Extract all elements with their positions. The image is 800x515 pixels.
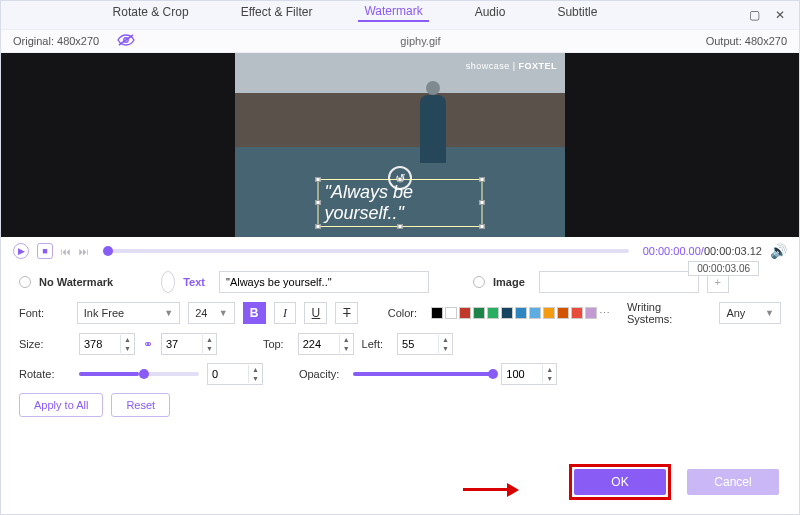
opacity-stepper[interactable]: ▲▼ bbox=[501, 363, 557, 385]
top-stepper[interactable]: ▲▼ bbox=[298, 333, 354, 355]
watermark-text-input[interactable] bbox=[219, 271, 429, 293]
resize-handle[interactable] bbox=[316, 200, 321, 205]
output-size-label: Output: 480x270 bbox=[706, 35, 787, 47]
ok-button[interactable]: OK bbox=[574, 469, 666, 495]
tab-audio[interactable]: Audio bbox=[469, 3, 512, 21]
volume-icon[interactable]: 🔊 bbox=[770, 243, 787, 259]
color-swatch[interactable] bbox=[543, 307, 555, 319]
color-swatch[interactable] bbox=[445, 307, 457, 319]
reset-button[interactable]: Reset bbox=[111, 393, 170, 417]
size-label: Size: bbox=[19, 338, 65, 350]
font-family-select[interactable]: Ink Free▼ bbox=[77, 302, 180, 324]
apply-to-all-button[interactable]: Apply to All bbox=[19, 393, 103, 417]
duration-float: 00:00:03.06 bbox=[688, 261, 759, 276]
watermark-form: 00:00:03.06 No Watermark Text Image + Fo… bbox=[1, 265, 799, 425]
info-bar: Original: 480x270 giphy.gif Output: 480x… bbox=[1, 29, 799, 53]
prev-frame-button[interactable]: ⏮ bbox=[61, 246, 71, 257]
resize-handle[interactable] bbox=[397, 177, 402, 182]
tab-strip: Rotate & Crop Effect & Filter Watermark … bbox=[1, 1, 709, 23]
rotate-slider[interactable] bbox=[79, 372, 199, 376]
stop-button[interactable]: ■ bbox=[37, 243, 53, 259]
image-path-input[interactable] bbox=[539, 271, 699, 293]
video-subject bbox=[420, 95, 446, 163]
writing-systems-label: Writing Systems: bbox=[627, 301, 705, 325]
color-swatches: ⋯ bbox=[431, 307, 611, 319]
opacity-label: Opacity: bbox=[299, 368, 339, 380]
writing-systems-select[interactable]: Any▼ bbox=[719, 302, 781, 324]
resize-handle[interactable] bbox=[480, 224, 485, 229]
color-label: Color: bbox=[388, 307, 417, 319]
rotate-label: Rotate: bbox=[19, 368, 65, 380]
radio-text[interactable] bbox=[161, 271, 175, 293]
tab-rotate-crop[interactable]: Rotate & Crop bbox=[107, 3, 195, 21]
label-image: Image bbox=[493, 276, 525, 288]
original-size-label: Original: 480x270 bbox=[13, 35, 99, 47]
playback-bar: ▶ ■ ⏮ ⏭ 00:00:00.00/00:00:03.12 🔊 bbox=[1, 237, 799, 265]
watermark-overlay[interactable]: "Always be yourself.." bbox=[318, 179, 483, 227]
color-swatch[interactable] bbox=[473, 307, 485, 319]
link-aspect-icon[interactable]: ⚭ bbox=[143, 337, 153, 351]
watermark-text: "Always be yourself.." bbox=[325, 182, 413, 223]
height-stepper[interactable]: ▲▼ bbox=[161, 333, 217, 355]
cancel-button[interactable]: Cancel bbox=[687, 469, 779, 495]
color-swatch[interactable] bbox=[557, 307, 569, 319]
window-title-bar: Rotate & Crop Effect & Filter Watermark … bbox=[1, 1, 799, 29]
next-frame-button[interactable]: ⏭ bbox=[79, 246, 89, 257]
top-label: Top: bbox=[263, 338, 284, 350]
italic-button[interactable]: I bbox=[274, 302, 297, 324]
opacity-slider[interactable] bbox=[353, 372, 493, 376]
label-text: Text bbox=[183, 276, 205, 288]
resize-handle[interactable] bbox=[480, 200, 485, 205]
more-colors-icon[interactable]: ⋯ bbox=[599, 307, 611, 319]
left-label: Left: bbox=[362, 338, 383, 350]
seek-track[interactable] bbox=[103, 249, 629, 253]
tab-watermark[interactable]: Watermark bbox=[358, 2, 428, 22]
color-swatch[interactable] bbox=[571, 307, 583, 319]
tab-subtitle[interactable]: Subtitle bbox=[551, 3, 603, 21]
timecode: 00:00:00.00/00:00:03.12 bbox=[643, 245, 762, 257]
color-swatch[interactable] bbox=[487, 307, 499, 319]
bold-button[interactable]: B bbox=[243, 302, 266, 324]
width-stepper[interactable]: ▲▼ bbox=[79, 333, 135, 355]
close-icon[interactable]: ✕ bbox=[771, 6, 789, 24]
resize-handle[interactable] bbox=[316, 224, 321, 229]
font-size-select[interactable]: 24▼ bbox=[188, 302, 234, 324]
hide-preview-icon[interactable] bbox=[117, 34, 135, 48]
tab-effect-filter[interactable]: Effect & Filter bbox=[235, 3, 319, 21]
resize-handle[interactable] bbox=[480, 177, 485, 182]
left-stepper[interactable]: ▲▼ bbox=[397, 333, 453, 355]
color-swatch[interactable] bbox=[515, 307, 527, 319]
seek-thumb[interactable] bbox=[103, 246, 113, 256]
color-swatch[interactable] bbox=[459, 307, 471, 319]
video-preview: showcase | FOXTEL ↺ "Always be yourself.… bbox=[1, 53, 799, 237]
font-label: Font: bbox=[19, 307, 63, 319]
resize-handle[interactable] bbox=[316, 177, 321, 182]
play-button[interactable]: ▶ bbox=[13, 243, 29, 259]
dialog-footer: OK Cancel bbox=[1, 450, 799, 514]
strike-button[interactable]: T bbox=[335, 302, 358, 324]
radio-no-watermark[interactable] bbox=[19, 276, 31, 288]
label-no-watermark: No Watermark bbox=[39, 276, 113, 288]
video-frame: showcase | FOXTEL ↺ "Always be yourself.… bbox=[235, 53, 565, 237]
maximize-icon[interactable]: ▢ bbox=[745, 6, 763, 24]
rotate-stepper[interactable]: ▲▼ bbox=[207, 363, 263, 385]
resize-handle[interactable] bbox=[397, 224, 402, 229]
color-swatch[interactable] bbox=[431, 307, 443, 319]
color-swatch[interactable] bbox=[529, 307, 541, 319]
editor-window: Rotate & Crop Effect & Filter Watermark … bbox=[0, 0, 800, 515]
color-swatch[interactable] bbox=[501, 307, 513, 319]
file-name-label: giphy.gif bbox=[135, 35, 705, 47]
radio-image[interactable] bbox=[473, 276, 485, 288]
annotation-highlight: OK bbox=[569, 464, 671, 500]
underline-button[interactable]: U bbox=[304, 302, 327, 324]
video-source-tag: showcase | FOXTEL bbox=[466, 61, 557, 71]
color-swatch[interactable] bbox=[585, 307, 597, 319]
